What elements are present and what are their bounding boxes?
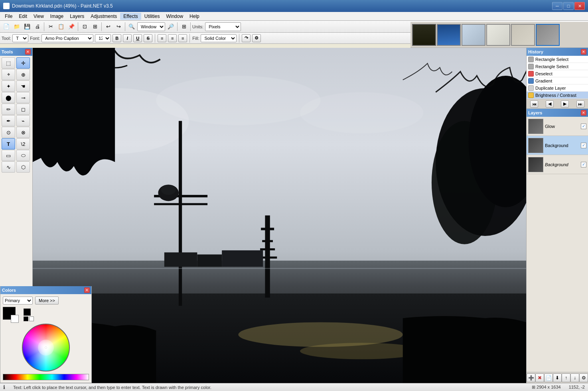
image-tab-1[interactable] — [412, 24, 436, 46]
layer-visible-background[interactable]: ✓ — [581, 143, 586, 148]
tool-paint-bucket[interactable]: ⬤ — [2, 92, 15, 103]
layer-up-button[interactable]: ↑ — [562, 373, 570, 382]
paste-button[interactable]: 📌 — [67, 22, 76, 31]
layer-merge-button[interactable]: ⬇ — [553, 373, 562, 382]
print-button[interactable]: 🖨 — [33, 22, 42, 31]
open-button[interactable]: 📁 — [12, 22, 22, 31]
close-button[interactable]: ✕ — [574, 2, 585, 10]
new-button[interactable]: 📄 — [2, 22, 11, 31]
maximize-button[interactable]: □ — [563, 2, 574, 10]
history-next-button[interactable]: ▶ — [561, 100, 569, 108]
layer-down-button[interactable]: ↓ — [570, 373, 579, 382]
menu-adjustments[interactable]: Adjustments — [87, 13, 120, 20]
tool-pencil[interactable]: ✒ — [2, 115, 15, 126]
menu-layers[interactable]: Layers — [67, 13, 87, 20]
align-left-button[interactable]: ≡ — [158, 34, 166, 42]
white-color-button[interactable] — [29, 316, 34, 321]
history-prev-button[interactable]: ◀ — [546, 100, 554, 108]
menu-edit[interactable]: Edit — [16, 13, 30, 20]
tool-pan[interactable]: ☚ — [16, 81, 30, 92]
tool-freeform[interactable]: ∿ — [2, 161, 15, 173]
underline-button[interactable]: U — [133, 34, 142, 42]
menu-image[interactable]: Image — [47, 13, 67, 20]
secondary-color-swatch[interactable] — [11, 315, 19, 323]
align-center-button[interactable]: ≡ — [168, 34, 177, 42]
cut-button[interactable]: ✂ — [46, 22, 55, 31]
tool-magic-wand[interactable]: ✦ — [2, 81, 15, 92]
layer-item-glow[interactable]: Glow ✓ — [527, 117, 588, 136]
tool-clone[interactable]: ⊙ — [2, 127, 15, 138]
tool-color-picker[interactable]: ⊸ — [16, 92, 30, 103]
tool-zoom[interactable]: ⊕ — [16, 69, 30, 80]
grid-button[interactable]: ⊞ — [179, 22, 189, 31]
redo-button[interactable]: ↪ — [114, 22, 123, 31]
layer-item-background-orig[interactable]: Background ✓ — [527, 155, 588, 174]
image-tab-3[interactable] — [462, 24, 485, 46]
select-all-button[interactable]: ⊞ — [90, 22, 100, 31]
tool-eraser[interactable]: ◻ — [16, 104, 30, 115]
menu-help[interactable]: Help — [186, 13, 203, 20]
history-first-button[interactable]: ⏮ — [530, 100, 538, 108]
image-tab-4[interactable] — [486, 24, 510, 46]
history-item-4[interactable]: Gradient — [527, 77, 588, 84]
tool-rect-select[interactable]: ⬚ — [2, 57, 15, 69]
font-select[interactable]: Arno Pro Caption — [41, 34, 93, 42]
copy-button[interactable]: 📋 — [56, 22, 66, 31]
image-tab-5[interactable] — [511, 24, 535, 46]
menu-file[interactable]: File — [2, 13, 16, 20]
tool-recolor[interactable]: ⌁ — [16, 115, 30, 126]
image-tab-2[interactable] — [437, 24, 461, 46]
color-mode-select[interactable]: Primary Secondary — [3, 297, 33, 305]
zoom-out-button[interactable]: 🔍 — [127, 22, 136, 31]
layer-add-button[interactable]: ➕ — [527, 373, 535, 382]
tool-ellipse[interactable]: ⬭ — [16, 150, 30, 161]
minimize-button[interactable]: ─ — [552, 2, 562, 10]
zoom-select[interactable]: Window 50% 100% — [137, 22, 165, 31]
history-item-1[interactable]: Rectangle Select — [527, 56, 588, 63]
antialiasing-button[interactable]: ↷ — [242, 34, 251, 42]
history-item-6[interactable]: Brightness / Contrast — [527, 92, 588, 99]
tool-rectangle[interactable]: ▭ — [2, 150, 15, 161]
rendering-button[interactable]: ⚙ — [252, 34, 261, 42]
layers-close-button[interactable]: ✕ — [581, 110, 586, 116]
save-button[interactable]: 💾 — [22, 22, 32, 31]
history-last-button[interactable]: ⏭ — [576, 100, 584, 108]
tool-lasso[interactable]: ⌖ — [2, 69, 15, 80]
color-wheel[interactable] — [22, 324, 70, 371]
units-select[interactable]: Pixels Inches Centimeters — [205, 22, 241, 31]
italic-button[interactable]: I — [123, 34, 132, 42]
undo-button[interactable]: ↩ — [103, 22, 113, 31]
fill-select[interactable]: Solid Color — [201, 34, 237, 42]
menu-utilities[interactable]: Utilities — [141, 13, 163, 20]
image-tab-6[interactable] — [536, 24, 560, 46]
layer-visible-background-orig[interactable]: ✓ — [581, 162, 586, 167]
history-item-2[interactable]: Rectangle Select — [527, 63, 588, 70]
bold-button[interactable]: B — [112, 34, 121, 42]
tool-shapes[interactable]: \2 — [16, 138, 30, 149]
tools-close-button[interactable]: ✕ — [25, 49, 31, 55]
tool-type-select[interactable]: T — [12, 34, 28, 42]
zoom-in-button[interactable]: 🔎 — [166, 22, 176, 31]
layer-properties-button[interactable]: ⚙ — [579, 373, 588, 382]
black-color-button[interactable] — [24, 316, 28, 321]
layer-item-background[interactable]: Background ✓ — [527, 136, 588, 155]
menu-view[interactable]: View — [30, 13, 47, 20]
black-swatch[interactable] — [24, 308, 31, 316]
history-close-button[interactable]: ✕ — [581, 49, 586, 55]
deselect-button[interactable]: ⊡ — [80, 22, 89, 31]
tool-stamp[interactable]: ⊗ — [16, 127, 30, 138]
tool-text[interactable]: T — [2, 138, 15, 149]
layer-visible-glow[interactable]: ✓ — [581, 124, 586, 129]
canvas-area[interactable] — [33, 48, 526, 383]
history-item-5[interactable]: Duplicate Layer — [527, 84, 588, 92]
color-gradient-bar[interactable] — [3, 374, 89, 380]
menu-effects[interactable]: Effects — [120, 13, 141, 20]
more-colors-button[interactable]: More >> — [35, 297, 59, 305]
canvas-image[interactable] — [33, 48, 526, 383]
align-right-button[interactable]: ≡ — [178, 34, 187, 42]
strikethrough-button[interactable]: S — [144, 34, 152, 42]
menu-window[interactable]: Window — [163, 13, 186, 20]
layer-delete-button[interactable]: ✖ — [535, 373, 544, 382]
tool-polygon[interactable]: ⬡ — [16, 161, 30, 173]
tool-paintbrush[interactable]: ✏ — [2, 104, 15, 115]
